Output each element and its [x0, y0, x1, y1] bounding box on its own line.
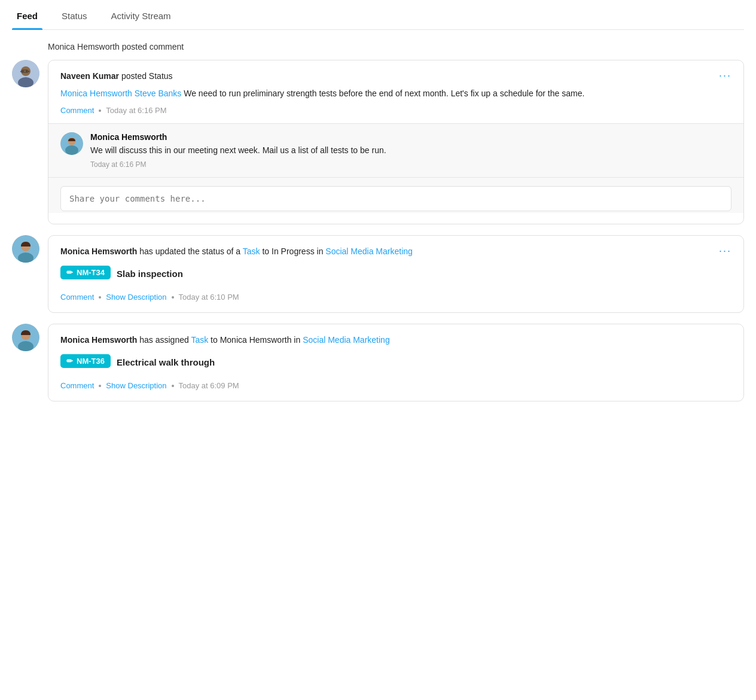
card-title-naveen: Naveen Kumar posted Status: [60, 71, 173, 81]
tab-feed[interactable]: Feed: [12, 11, 42, 29]
mention-steve[interactable]: Steve Banks: [135, 89, 182, 98]
task-badge-icon-2: ✏: [66, 268, 73, 277]
task-link-2[interactable]: Task: [243, 246, 260, 256]
comment-link-2[interactable]: Comment: [60, 293, 94, 302]
commenter-name-1: Monica Hemsworth: [90, 132, 386, 142]
comment-input-1[interactable]: [60, 186, 731, 211]
card-title-task-3: Monica Hemsworth has assigned Task to Mo…: [60, 335, 390, 345]
card-title-task-2: Monica Hemsworth has updated the status …: [60, 246, 413, 256]
task-badge-2[interactable]: ✏ NM-T34: [60, 266, 111, 279]
card-monica-task-2: Monica Hemsworth has updated the status …: [48, 235, 744, 313]
avatar-monica-2: [12, 235, 39, 263]
separator-dot: [99, 109, 101, 112]
tab-activity-stream[interactable]: Activity Stream: [106, 11, 176, 29]
show-description-link-2[interactable]: Show Description: [106, 293, 166, 302]
project-link-3[interactable]: Social Media Marketing: [303, 335, 390, 345]
card-monica-task-3: Monica Hemsworth has assigned Task to Mo…: [48, 324, 744, 401]
comment-time-1: Today at 6:16 PM: [90, 160, 386, 169]
task-badge-icon-3: ✏: [66, 357, 73, 366]
card-footer-task-3: Comment Show Description Today at 6:09 P…: [60, 381, 731, 390]
comment-link-1[interactable]: Comment: [60, 106, 94, 115]
comment-text-1: We will discuss this in our meeting next…: [90, 144, 386, 157]
svg-point-13: [65, 145, 78, 155]
feed-item-1: Naveen Kumar posted Status ··· Monica He…: [12, 60, 744, 224]
separator-dot-3b: [172, 385, 174, 387]
post-body-naveen: Monica Hemsworth Steve Banks We need to …: [60, 87, 731, 100]
card-footer-naveen: Comment Today at 6:16 PM: [60, 106, 731, 115]
mention-monica[interactable]: Monica Hemsworth: [60, 89, 132, 98]
comment-content-1: Monica Hemsworth We will discuss this in…: [90, 132, 386, 169]
task-badge-3[interactable]: ✏ NM-T36: [60, 354, 111, 368]
task-title-3: Electrical walk through: [117, 357, 215, 367]
tab-status[interactable]: Status: [57, 11, 92, 29]
feed-item-2: Monica Hemsworth has updated the status …: [12, 235, 744, 313]
avatar-monica-3: [12, 324, 39, 351]
comment-section-1: Monica Hemsworth We will discuss this in…: [48, 123, 743, 213]
tabs-nav: Feed Status Activity Stream: [12, 0, 744, 30]
separator-dot-2b: [172, 296, 174, 299]
avatar-naveen-kumar: [12, 60, 39, 87]
separator-dot-2: [99, 296, 101, 299]
task-link-3[interactable]: Task: [191, 335, 208, 345]
separator-dot-3: [99, 385, 101, 387]
card-footer-task-2: Comment Show Description Today at 6:10 P…: [60, 293, 731, 302]
svg-point-9: [22, 70, 25, 72]
more-options-button-1[interactable]: ···: [719, 70, 731, 81]
task-row-2: ✏ NM-T34 Slab inspection: [60, 262, 731, 285]
comment-link-3[interactable]: Comment: [60, 381, 94, 390]
show-description-link-3[interactable]: Show Description: [106, 381, 166, 390]
more-options-button-2[interactable]: ···: [719, 245, 731, 256]
comment-input-wrapper-1: [48, 177, 743, 213]
svg-point-10: [26, 70, 28, 72]
task-row-3: ✏ NM-T36 Electrical walk through: [60, 351, 731, 374]
avatar-monica-comment: [60, 132, 83, 155]
task-title-2: Slab inspection: [117, 269, 183, 279]
card-naveen-status: Naveen Kumar posted Status ··· Monica He…: [48, 60, 744, 224]
feed-item-3: Monica Hemsworth has assigned Task to Mo…: [12, 324, 744, 401]
project-link-2[interactable]: Social Media Marketing: [325, 246, 413, 256]
comment-item-1: Monica Hemsworth We will discuss this in…: [60, 132, 731, 169]
feed-notification-header: Monica Hemsworth posted comment: [12, 42, 744, 51]
